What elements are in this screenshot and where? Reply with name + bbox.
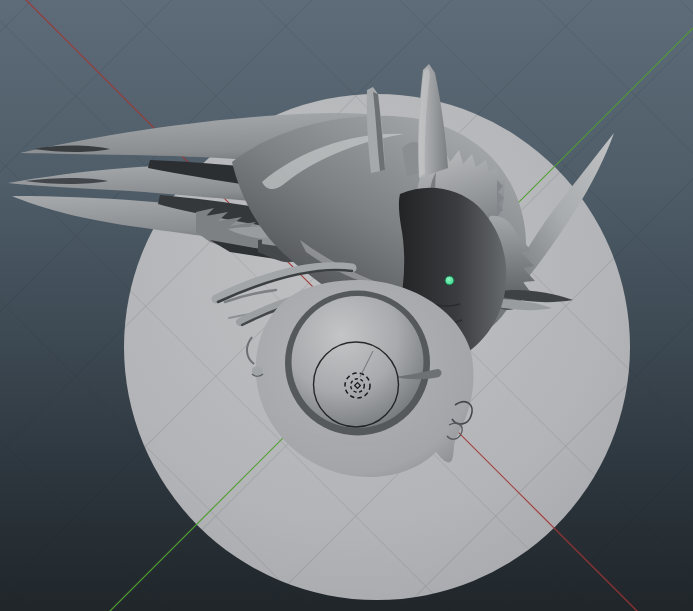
3d-viewport[interactable]: [0, 0, 693, 611]
viewport-canvas[interactable]: [0, 0, 693, 611]
eyeball-sphere: [292, 296, 424, 428]
pivot-point-dot: [445, 276, 454, 285]
